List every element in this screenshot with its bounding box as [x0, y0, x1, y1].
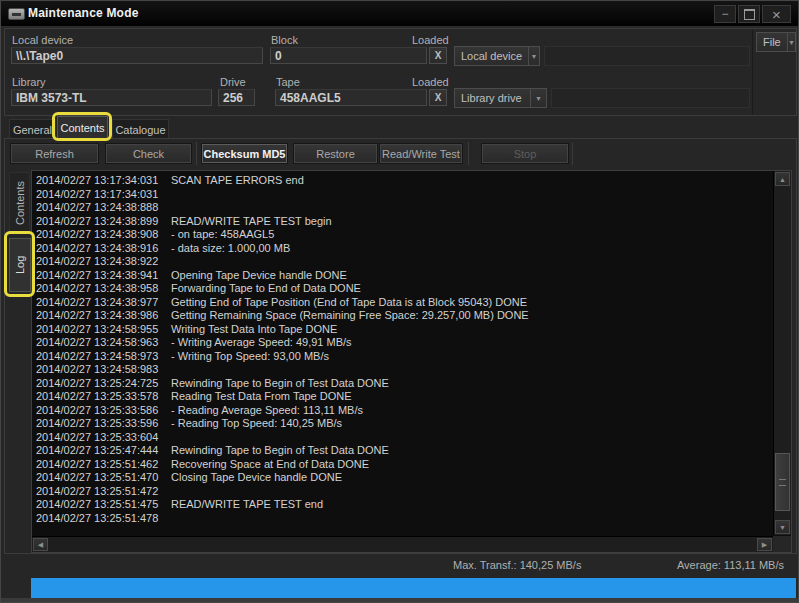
local-device-combo-value: Local device	[455, 47, 528, 65]
log-panel: 2014/02/27 13:17:34:031SCAN TAPE ERRORS …	[31, 170, 792, 553]
stop-button-label: Stop	[514, 148, 537, 160]
check-button[interactable]: Check	[105, 143, 192, 164]
log-line: 2014/02/27 13:25:51:462Recovering Space …	[36, 458, 772, 472]
log-line: 2014/02/27 13:24:58:973- Writing Top Spe…	[36, 350, 772, 364]
sidetab-log[interactable]: Log	[9, 238, 31, 292]
log-viewport[interactable]: 2014/02/27 13:17:34:031SCAN TAPE ERRORS …	[33, 172, 772, 535]
block-value: 0	[275, 49, 282, 63]
stop-button[interactable]: Stop	[481, 143, 569, 164]
log-line: 2014/02/27 13:25:51:475READ/WRITE TAPE T…	[36, 498, 772, 512]
log-timestamp: 2014/02/27 13:25:51:475	[36, 498, 171, 512]
log-line: 2014/02/27 13:25:24:725Rewinding Tape to…	[36, 377, 772, 391]
log-line: 2014/02/27 13:25:33:604	[36, 431, 772, 445]
sidetab-contents-label: Contents	[14, 180, 26, 224]
window-title: Maintenance Mode	[28, 6, 139, 20]
log-message: Getting Remaining Space (Remaining Free …	[171, 309, 529, 321]
library-drive-combo[interactable]: Library drive ▼	[454, 88, 547, 108]
log-timestamp: 2014/02/27 13:25:51:478	[36, 512, 171, 526]
file-button[interactable]: File ▼	[756, 32, 796, 52]
log-line: 2014/02/27 13:25:33:586- Reading Average…	[36, 404, 772, 418]
log-timestamp: 2014/02/27 13:25:24:725	[36, 377, 171, 391]
read-write-test-button[interactable]: Read/Write Test	[379, 143, 463, 164]
log-line: 2014/02/27 13:25:51:472	[36, 485, 772, 499]
chevron-down-icon: ▼	[528, 47, 539, 65]
log-line: 2014/02/27 13:24:38:977Getting End of Ta…	[36, 296, 772, 310]
drive-input[interactable]: 256	[218, 89, 255, 106]
log-timestamp: 2014/02/27 13:24:38:908	[36, 228, 171, 242]
tab-catalogue[interactable]: Catalogue	[112, 119, 169, 139]
log-timestamp: 2014/02/27 13:24:58:963	[36, 336, 171, 350]
vertical-scrollbar[interactable]: ▲ ▼	[773, 171, 791, 535]
minimize-icon: −	[721, 7, 728, 21]
scroll-up-button[interactable]: ▲	[775, 172, 790, 186]
block-input[interactable]: 0	[270, 47, 427, 64]
log-message: Closing Tape Device handle DONE	[171, 471, 342, 483]
log-line: 2014/02/27 13:25:33:578Reading Test Data…	[36, 390, 772, 404]
tab-general-label: General	[13, 124, 52, 136]
tab-contents[interactable]: Contents	[57, 116, 108, 139]
progress-bar	[31, 578, 796, 599]
log-timestamp: 2014/02/27 13:25:47:444	[36, 444, 171, 458]
title-bar[interactable]: Maintenance Mode − ×	[1, 1, 798, 27]
close-button[interactable]: ×	[762, 5, 791, 23]
tab-contents-label: Contents	[60, 122, 104, 134]
library-drive-extra-field	[551, 88, 750, 108]
horizontal-scrollbar[interactable]: ◀ ▶	[32, 536, 773, 552]
sidetab-log-label: Log	[14, 256, 26, 274]
checksum-md5-button[interactable]: Checksum MD5	[201, 143, 288, 164]
maximize-icon	[744, 9, 755, 20]
log-message: - on tape: 458AAGL5	[171, 228, 274, 240]
log-message: - data size: 1.000,00 MB	[171, 242, 290, 254]
local-device-combo[interactable]: Local device ▼	[454, 46, 540, 66]
log-message: Writing Test Data Into Tape DONE	[171, 323, 337, 335]
file-dropdown-icon[interactable]: ▼	[787, 33, 795, 51]
scroll-right-button[interactable]: ▶	[757, 538, 772, 551]
log-message: Getting End of Tape Position (End of Tap…	[171, 296, 527, 308]
scroll-left-icon: ◀	[38, 541, 43, 549]
library-input[interactable]: IBM 3573-TL	[11, 89, 212, 106]
log-message: - Reading Top Speed: 140,25 MB/s	[171, 417, 342, 429]
window-bottom-border	[1, 598, 798, 602]
log-line: 2014/02/27 13:24:38:899READ/WRITE TAPE T…	[36, 215, 772, 229]
log-line: 2014/02/27 13:17:34:031SCAN TAPE ERRORS …	[36, 174, 772, 188]
restore-button[interactable]: Restore	[293, 143, 378, 164]
max-transfer-status: Max. Transf.: 140,25 MB/s	[453, 559, 581, 571]
log-timestamp: 2014/02/27 13:24:38:922	[36, 255, 171, 269]
scroll-up-icon: ▲	[779, 176, 786, 183]
scroll-right-icon: ▶	[762, 541, 767, 549]
log-message: Opening Tape Device handle DONE	[171, 269, 347, 281]
log-message: Rewinding Tape to Begin of Test Data DON…	[171, 377, 389, 389]
scroll-down-button[interactable]: ▼	[775, 520, 790, 534]
maximize-button[interactable]	[738, 5, 760, 23]
close-icon: ×	[772, 6, 781, 23]
tape-input[interactable]: 458AAGL5	[275, 89, 427, 106]
read-write-test-button-label: Read/Write Test	[382, 148, 460, 160]
progress-fill	[31, 578, 796, 599]
thumb-grip-icon	[779, 479, 786, 486]
log-timestamp: 2014/02/27 13:25:51:470	[36, 471, 171, 485]
log-line: 2014/02/27 13:24:58:983	[36, 363, 772, 377]
log-timestamp: 2014/02/27 13:24:38:899	[36, 215, 171, 229]
local-device-input[interactable]: \\.\Tape0	[11, 47, 263, 64]
log-line: 2014/02/27 13:25:47:444Rewinding Tape to…	[36, 444, 772, 458]
log-line: 2014/02/27 13:25:51:470Closing Tape Devi…	[36, 471, 772, 485]
local-device-value: \\.\Tape0	[16, 49, 63, 63]
vertical-scroll-thumb[interactable]	[775, 453, 790, 511]
minimize-button[interactable]: −	[714, 5, 736, 23]
tape-value: 458AAGL5	[280, 91, 341, 105]
refresh-button[interactable]: Refresh	[10, 143, 99, 164]
local-device-extra-field	[544, 46, 750, 66]
log-timestamp: 2014/02/27 13:17:34:031	[36, 188, 171, 202]
sidetab-contents[interactable]: Contents	[9, 172, 30, 233]
chevron-down-icon: ▼	[530, 89, 546, 107]
unload-local-button[interactable]: X	[429, 47, 447, 64]
log-timestamp: 2014/02/27 13:25:33:604	[36, 431, 171, 445]
tab-general[interactable]: General	[9, 119, 56, 139]
panel-divider	[752, 29, 753, 115]
scroll-left-button[interactable]: ◀	[33, 538, 48, 551]
log-line: 2014/02/27 13:24:38:916- data size: 1.00…	[36, 242, 772, 256]
loaded-local-label: Loaded	[412, 34, 449, 46]
clear-icon: X	[435, 50, 442, 61]
unload-library-button[interactable]: X	[429, 89, 447, 106]
block-label: Block	[271, 34, 298, 46]
